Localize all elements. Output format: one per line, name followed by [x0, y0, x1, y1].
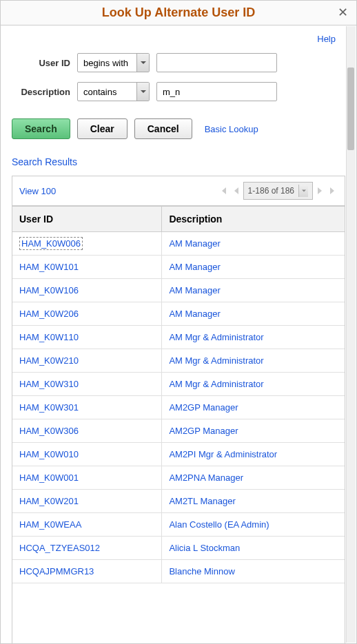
table-row[interactable]: HAM_K0W306AM2GP Manager — [12, 419, 345, 443]
description-row: Description contains — [12, 82, 345, 101]
cell-description[interactable]: Alan Costello (EA Admin) — [162, 513, 345, 537]
cell-user-id[interactable]: HAM_K0W110 — [12, 326, 162, 349]
table-row[interactable]: HAM_K0W110AM Mgr & Administrator — [12, 326, 345, 349]
cell-user-id[interactable]: HAM_K0W210 — [12, 349, 162, 373]
table-row[interactable]: HAM_K0W101AM Manager — [12, 256, 345, 279]
col-user-id[interactable]: User ID — [12, 207, 162, 232]
results-grid: View 100 1-186 of 186 — [12, 176, 345, 643]
table-row[interactable]: HAM_K0W201AM2TL Manager — [12, 490, 345, 513]
first-page-icon[interactable] — [218, 186, 228, 196]
view-100-link[interactable]: View 100 — [19, 186, 56, 196]
cell-user-id[interactable]: HAM_K0W201 — [12, 490, 162, 513]
cell-user-id[interactable]: HAM_K0WEAA — [12, 513, 162, 537]
cell-description[interactable]: AM2GP Manager — [162, 396, 345, 419]
user-id-label: User ID — [12, 58, 77, 68]
user-id-row: User ID begins with — [12, 53, 345, 72]
cell-user-id[interactable]: HAM_K0W310 — [12, 373, 162, 396]
cell-user-id[interactable]: HAM_K0W106 — [12, 279, 162, 302]
modal-title: Look Up Alternate User ID — [102, 6, 255, 20]
user-id-operator-wrap: begins with — [77, 53, 150, 72]
table-row[interactable]: HAM_K0W206AM Manager — [12, 302, 345, 326]
table-row[interactable]: HAM_K0W010AM2PI Mgr & Administrator — [12, 443, 345, 466]
table-row[interactable]: HAM_K0W310AM Mgr & Administrator — [12, 373, 345, 396]
clear-button[interactable]: Clear — [77, 118, 127, 139]
table-row[interactable]: HCQAJPMMGR13Blanche Minnow — [12, 560, 345, 583]
chevron-down-icon — [298, 185, 308, 197]
cell-description[interactable]: AM Mgr & Administrator — [162, 373, 345, 396]
table-row[interactable]: HAM_K0W106AM Manager — [12, 279, 345, 302]
close-button[interactable]: ✕ — [336, 6, 349, 20]
col-description[interactable]: Description — [162, 207, 345, 232]
cell-description[interactable]: AM2GP Manager — [162, 419, 345, 443]
table-row[interactable]: HAM_K0W006AM Manager — [12, 232, 345, 256]
grid-body: User ID Description HAM_K0W006AM Manager… — [12, 206, 345, 643]
cell-user-id[interactable]: HAM_K0W006 — [12, 232, 162, 256]
description-operator[interactable]: contains — [77, 82, 150, 101]
table-row[interactable]: HAM_K0W210AM Mgr & Administrator — [12, 349, 345, 373]
cell-description[interactable]: Blanche Minnow — [162, 560, 345, 583]
cell-user-id[interactable]: HAM_K0W001 — [12, 466, 162, 490]
search-button[interactable]: Search — [12, 118, 70, 139]
last-page-icon[interactable] — [328, 186, 338, 196]
prev-page-icon[interactable] — [231, 186, 241, 196]
cell-description[interactable]: AM2PI Mgr & Administrator — [162, 443, 345, 466]
cell-description[interactable]: AM2PNA Manager — [162, 466, 345, 490]
cell-description[interactable]: AM Manager — [162, 302, 345, 326]
title-bar: Look Up Alternate User ID ✕ — [1, 1, 356, 25]
table-row[interactable]: HCQA_TZYEAS012Alicia L Stockman — [12, 537, 345, 560]
results-heading: Search Results — [12, 156, 345, 167]
page-range[interactable]: 1-186 of 186 — [243, 182, 313, 200]
cell-user-id[interactable]: HCQA_TZYEAS012 — [12, 537, 162, 560]
search-form: User ID begins with Description contains — [12, 53, 345, 101]
cell-description[interactable]: AM Manager — [162, 279, 345, 302]
cell-user-id[interactable]: HAM_K0W010 — [12, 443, 162, 466]
user-id-operator[interactable]: begins with — [77, 53, 150, 72]
basic-lookup-link[interactable]: Basic Lookup — [205, 124, 258, 134]
cell-user-id[interactable]: HCQAJPMMGR13 — [12, 560, 162, 583]
cell-user-id[interactable]: HAM_K0W206 — [12, 302, 162, 326]
description-input[interactable] — [156, 82, 277, 101]
results-table: User ID Description HAM_K0W006AM Manager… — [12, 206, 345, 583]
cell-user-id[interactable]: HAM_K0W301 — [12, 396, 162, 419]
pager: 1-186 of 186 — [218, 182, 338, 200]
grid-toolbar: View 100 1-186 of 186 — [12, 176, 345, 206]
action-buttons: Search Clear Cancel Basic Lookup — [12, 118, 345, 139]
cell-description[interactable]: AM Mgr & Administrator — [162, 349, 345, 373]
cell-user-id[interactable]: HAM_K0W306 — [12, 419, 162, 443]
cell-description[interactable]: AM Mgr & Administrator — [162, 326, 345, 349]
cell-description[interactable]: Alicia L Stockman — [162, 537, 345, 560]
modal-content: Help User ID begins with Description con… — [1, 25, 356, 643]
table-row[interactable]: HAM_K0W301AM2GP Manager — [12, 396, 345, 419]
cell-description[interactable]: AM Manager — [162, 232, 345, 256]
description-label: Description — [12, 87, 77, 97]
cell-description[interactable]: AM Manager — [162, 256, 345, 279]
next-page-icon[interactable] — [316, 186, 325, 196]
cancel-button[interactable]: Cancel — [134, 118, 192, 139]
cell-user-id[interactable]: HAM_K0W101 — [12, 256, 162, 279]
user-id-input[interactable] — [156, 53, 277, 72]
help-link[interactable]: Help — [317, 34, 336, 44]
table-row[interactable]: HAM_K0W001AM2PNA Manager — [12, 466, 345, 490]
close-icon: ✕ — [338, 6, 348, 19]
cell-description[interactable]: AM2TL Manager — [162, 490, 345, 513]
table-row[interactable]: HAM_K0WEAAAlan Costello (EA Admin) — [12, 513, 345, 537]
description-operator-wrap: contains — [77, 82, 150, 101]
